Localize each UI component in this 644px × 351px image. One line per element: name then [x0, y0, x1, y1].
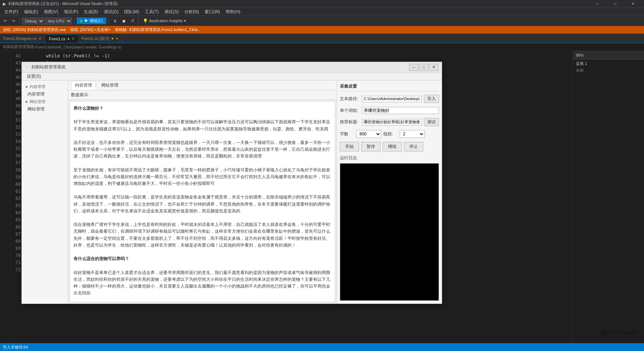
recommend-input[interactable]	[362, 119, 422, 125]
tab-form1-designer2[interactable]: Form1.cs [设计] ● ✕	[78, 34, 122, 43]
log-area	[340, 163, 439, 301]
tab-label: Form1.Designer.cs	[4, 36, 36, 41]
tab-close-icon[interactable]: ✕	[116, 37, 118, 41]
modified-indicator: ●	[112, 37, 113, 40]
sidebar-item-content[interactable]: 内容管理	[23, 90, 66, 98]
modal-menu-settings[interactable]: 设置(S)	[24, 73, 44, 80]
tab-content-management[interactable]: 内容管理	[71, 81, 96, 90]
sidebar-item-website[interactable]: 网站管理	[23, 105, 66, 113]
watch-label: 监视 1	[576, 61, 641, 66]
content-p4: 至于龙猫的长相，有亦可能就不用说了大眼睛，圆鼻子，毛茸茸一样的肥身子，小巧玲珑可…	[73, 167, 331, 187]
location-info: 堆栈帧: 剑刺站群管理系统.Form1.button1_Click...	[115, 27, 201, 32]
breadcrumb-class: Form1	[36, 45, 47, 49]
modal-app-icon: ⚙	[25, 65, 29, 70]
file-path-input[interactable]	[362, 96, 422, 102]
content-p2: 对于学生养宠来说，养宠物看似是件很容易的事，其实只要宠物的不但可以保解学业压力还…	[73, 119, 331, 132]
log-title: 运行日志	[340, 155, 439, 161]
start-button[interactable]: 开始	[340, 142, 359, 151]
name-label: 名称	[576, 68, 641, 73]
pause-btn[interactable]: ⏸	[111, 18, 119, 24]
char-count-label: 字数	[340, 131, 354, 137]
content-tabs: 内容管理 网站管理	[68, 81, 337, 91]
menu-bar: 文件(F) 编辑(E) 视图(V) 项目(P) 生成(B) 调试(D) 团队(M…	[0, 8, 644, 16]
continue-button[interactable]: 继续	[383, 142, 402, 151]
window-controls: ─ □ ✕	[589, 0, 641, 8]
tab-form1-cs[interactable]: Form1.cs ● ✕	[45, 34, 78, 43]
modal-titlebar: ⚙ 剑刺站群管理系统 ─ □ ✕	[22, 62, 442, 73]
breadcrumb: 剑刺站群管理系统 › Form1 › button6_Click(object …	[0, 43, 644, 51]
menu-window[interactable]: 窗口(W)	[202, 8, 223, 16]
platform-select[interactable]: Any CPU	[45, 17, 72, 25]
keyword-input[interactable]	[362, 107, 439, 114]
lightbulb-icon: 💡	[143, 19, 149, 23]
modified-indicator: ●	[67, 37, 69, 41]
keyword-label: 单个词组:	[340, 108, 360, 114]
char-count-select[interactable]: 800 600 1000	[356, 130, 381, 138]
modal-title-text: 剑刺站群管理系统	[31, 64, 408, 70]
test-button[interactable]: 测试	[424, 118, 439, 126]
keyword-row: 单个词组:	[340, 107, 439, 114]
content-area[interactable]: 养什么宠物好？ 对于学生养宠来说，养宠物看似是件很容易的事，其实只要宠物的不但可…	[70, 101, 335, 302]
modal-sidebar: ▼ 内容管理 内容管理 ▼ 网站管理 网站管理	[22, 81, 68, 304]
toolbar: ↩ ↪ Debug Any CPU ▶ ▶ 继续(C) ⏸ ⏹ ↺ 💡 Appl…	[0, 16, 644, 26]
menu-team[interactable]: 团队(M)	[121, 8, 142, 16]
menu-test[interactable]: 测试(S)	[162, 8, 182, 16]
menu-project[interactable]: 项目(P)	[61, 8, 81, 16]
stop-action-button[interactable]: 停止	[404, 142, 423, 151]
pause-action-button[interactable]: 暂停	[361, 142, 380, 151]
stop-btn[interactable]: ⏹	[120, 18, 128, 24]
maximize-button[interactable]: □	[607, 0, 623, 8]
status-bar: 导入关键词:64	[0, 343, 644, 351]
content-p6: 综合宠物养广谱对于学生来说，上学也是有时间的好处，平时就水的话基本上不用管，自己…	[73, 221, 331, 249]
tab-website-management[interactable]: 网站管理	[97, 81, 122, 90]
content-p8: 你好宠物不是单单已是个人喜爱才合适去养，还要寻求周围邻居们的意见，我们最不愿意看…	[73, 269, 331, 297]
sep3	[108, 18, 109, 24]
content-p7: 有什么适合的宠物可以养吗？	[73, 255, 331, 262]
config-select[interactable]: Debug	[22, 17, 44, 25]
tab-form1-designer[interactable]: Form1.Designer.cs ✕	[0, 34, 45, 43]
right-settings-panel: 采集设置 文本路径: 导入 单个词组: 推荐标题:	[337, 81, 442, 304]
menu-debug[interactable]: 调试(D)	[101, 8, 121, 16]
menu-view[interactable]: 视图(V)	[41, 8, 61, 16]
file-path-label: 文本路径:	[340, 96, 360, 102]
expand-icon2: ▼	[25, 100, 29, 104]
thread-info: 线程: [26760] <无名称>	[70, 27, 111, 32]
sidebar-group-website-text: 网站管理	[30, 99, 45, 104]
content-left: 内容管理 网站管理 数据展示 养什么宠物好？ 对于学生养宠来说，养宠物看似是件很…	[68, 81, 337, 304]
menu-edit[interactable]: 编辑(E)	[21, 8, 41, 16]
thread-label: 线程:	[383, 131, 398, 137]
process-info: 进程: [28016] 剑刺站群管理系统.exe	[3, 27, 66, 32]
tab-close-icon[interactable]: ✕	[72, 37, 75, 41]
expand-icon: ▼	[25, 85, 29, 89]
close-button[interactable]: ✕	[625, 0, 641, 8]
sidebar-group-website: ▼ 网站管理	[23, 98, 66, 105]
app-insights-btn[interactable]: 💡 Application Insights ▾	[141, 18, 188, 24]
start-debug-button[interactable]: ▶ ▶ 继续(C)	[77, 17, 106, 24]
tab-close-icon[interactable]: ✕	[39, 37, 41, 41]
dropdown-icon: ▾	[184, 19, 186, 23]
recommend-label: 推荐标题:	[340, 119, 360, 125]
status-text: 导入关键词:64	[3, 345, 28, 350]
menu-analyze[interactable]: 分析(N)	[182, 8, 202, 16]
data-display-title: 数据展示	[68, 91, 337, 100]
menu-tools[interactable]: 工具(T)	[142, 8, 162, 16]
toolbar-undo[interactable]: ↩	[1, 18, 9, 24]
code-gutter-icons	[0, 51, 11, 343]
tab-label: Form1.cs [设计]	[82, 36, 109, 41]
toolbar-redo[interactable]: ↪	[10, 18, 17, 24]
debug-bar: 进程: [28016] 剑刺站群管理系统.exe 线程: [26760] <无名…	[0, 26, 644, 34]
modal-body: ▼ 内容管理 内容管理 ▼ 网站管理 网站管理 内容管理	[22, 81, 442, 304]
modal-close-button[interactable]: ✕	[429, 64, 438, 71]
menu-build[interactable]: 生成(B)	[81, 8, 101, 16]
menu-help[interactable]: 帮助(H)	[223, 8, 243, 16]
import-button[interactable]: 导入	[424, 95, 439, 103]
modal-minimize-button[interactable]: ─	[409, 64, 418, 71]
modal-maximize-button[interactable]: □	[419, 64, 428, 71]
title-bar: ▶ 剑刺站群管理系统 (正在运行) - Microsoft Visual Stu…	[0, 0, 644, 8]
thread-select[interactable]: 2 1 4	[400, 130, 425, 138]
menu-file[interactable]: 文件(F)	[1, 8, 21, 16]
modal-main-content: 内容管理 网站管理 数据展示 养什么宠物好？ 对于学生养宠来说，养宠物看似是件很…	[68, 81, 442, 304]
restart-btn[interactable]: ↺	[129, 18, 136, 24]
minimize-button[interactable]: ─	[589, 0, 605, 8]
modal-menu: 设置(S)	[22, 73, 442, 81]
